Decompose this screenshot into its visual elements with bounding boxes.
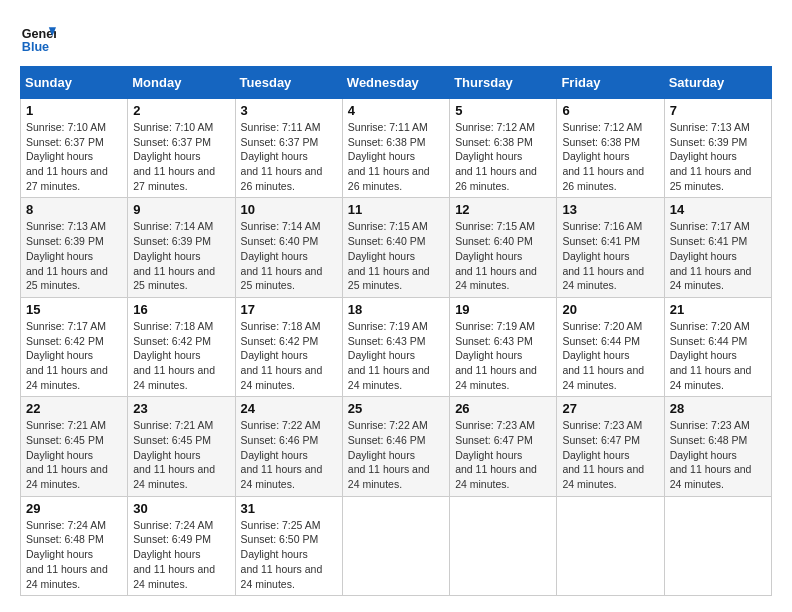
day-cell: 19 Sunrise: 7:19 AMSunset: 6:43 PMDaylig… bbox=[450, 297, 557, 396]
day-info: Sunrise: 7:14 AMSunset: 6:39 PMDaylight … bbox=[133, 220, 215, 291]
day-number: 16 bbox=[133, 302, 229, 317]
day-info: Sunrise: 7:13 AMSunset: 6:39 PMDaylight … bbox=[26, 220, 108, 291]
col-wednesday: Wednesday bbox=[342, 67, 449, 99]
day-number: 6 bbox=[562, 103, 658, 118]
day-cell: 25 Sunrise: 7:22 AMSunset: 6:46 PMDaylig… bbox=[342, 397, 449, 496]
day-info: Sunrise: 7:24 AMSunset: 6:48 PMDaylight … bbox=[26, 519, 108, 590]
day-number: 18 bbox=[348, 302, 444, 317]
day-number: 26 bbox=[455, 401, 551, 416]
day-number: 4 bbox=[348, 103, 444, 118]
day-cell: 12 Sunrise: 7:15 AMSunset: 6:40 PMDaylig… bbox=[450, 198, 557, 297]
day-cell: 30 Sunrise: 7:24 AMSunset: 6:49 PMDaylig… bbox=[128, 496, 235, 595]
col-tuesday: Tuesday bbox=[235, 67, 342, 99]
week-row: 15 Sunrise: 7:17 AMSunset: 6:42 PMDaylig… bbox=[21, 297, 772, 396]
day-number: 11 bbox=[348, 202, 444, 217]
day-number: 10 bbox=[241, 202, 337, 217]
day-cell: 3 Sunrise: 7:11 AMSunset: 6:37 PMDayligh… bbox=[235, 99, 342, 198]
day-info: Sunrise: 7:23 AMSunset: 6:48 PMDaylight … bbox=[670, 419, 752, 490]
day-cell: 27 Sunrise: 7:23 AMSunset: 6:47 PMDaylig… bbox=[557, 397, 664, 496]
day-cell: 8 Sunrise: 7:13 AMSunset: 6:39 PMDayligh… bbox=[21, 198, 128, 297]
day-cell: 31 Sunrise: 7:25 AMSunset: 6:50 PMDaylig… bbox=[235, 496, 342, 595]
day-info: Sunrise: 7:24 AMSunset: 6:49 PMDaylight … bbox=[133, 519, 215, 590]
day-cell: 21 Sunrise: 7:20 AMSunset: 6:44 PMDaylig… bbox=[664, 297, 771, 396]
day-cell: 7 Sunrise: 7:13 AMSunset: 6:39 PMDayligh… bbox=[664, 99, 771, 198]
day-cell: 22 Sunrise: 7:21 AMSunset: 6:45 PMDaylig… bbox=[21, 397, 128, 496]
calendar-table: Sunday Monday Tuesday Wednesday Thursday… bbox=[20, 66, 772, 596]
day-number: 8 bbox=[26, 202, 122, 217]
day-number: 25 bbox=[348, 401, 444, 416]
day-cell: 16 Sunrise: 7:18 AMSunset: 6:42 PMDaylig… bbox=[128, 297, 235, 396]
col-monday: Monday bbox=[128, 67, 235, 99]
day-number: 17 bbox=[241, 302, 337, 317]
day-cell: 13 Sunrise: 7:16 AMSunset: 6:41 PMDaylig… bbox=[557, 198, 664, 297]
col-saturday: Saturday bbox=[664, 67, 771, 99]
day-number: 24 bbox=[241, 401, 337, 416]
day-cell: 9 Sunrise: 7:14 AMSunset: 6:39 PMDayligh… bbox=[128, 198, 235, 297]
empty-cell bbox=[342, 496, 449, 595]
day-info: Sunrise: 7:18 AMSunset: 6:42 PMDaylight … bbox=[133, 320, 215, 391]
week-row: 1 Sunrise: 7:10 AMSunset: 6:37 PMDayligh… bbox=[21, 99, 772, 198]
day-cell: 23 Sunrise: 7:21 AMSunset: 6:45 PMDaylig… bbox=[128, 397, 235, 496]
day-number: 9 bbox=[133, 202, 229, 217]
day-info: Sunrise: 7:19 AMSunset: 6:43 PMDaylight … bbox=[348, 320, 430, 391]
day-info: Sunrise: 7:23 AMSunset: 6:47 PMDaylight … bbox=[562, 419, 644, 490]
day-info: Sunrise: 7:10 AMSunset: 6:37 PMDaylight … bbox=[133, 121, 215, 192]
header-row: Sunday Monday Tuesday Wednesday Thursday… bbox=[21, 67, 772, 99]
day-info: Sunrise: 7:10 AMSunset: 6:37 PMDaylight … bbox=[26, 121, 108, 192]
day-cell: 11 Sunrise: 7:15 AMSunset: 6:40 PMDaylig… bbox=[342, 198, 449, 297]
week-row: 8 Sunrise: 7:13 AMSunset: 6:39 PMDayligh… bbox=[21, 198, 772, 297]
day-info: Sunrise: 7:23 AMSunset: 6:47 PMDaylight … bbox=[455, 419, 537, 490]
day-number: 30 bbox=[133, 501, 229, 516]
day-number: 20 bbox=[562, 302, 658, 317]
page-header: General Blue bbox=[20, 20, 772, 56]
day-number: 15 bbox=[26, 302, 122, 317]
day-info: Sunrise: 7:19 AMSunset: 6:43 PMDaylight … bbox=[455, 320, 537, 391]
day-number: 7 bbox=[670, 103, 766, 118]
day-info: Sunrise: 7:12 AMSunset: 6:38 PMDaylight … bbox=[455, 121, 537, 192]
empty-cell bbox=[557, 496, 664, 595]
day-info: Sunrise: 7:12 AMSunset: 6:38 PMDaylight … bbox=[562, 121, 644, 192]
day-cell: 18 Sunrise: 7:19 AMSunset: 6:43 PMDaylig… bbox=[342, 297, 449, 396]
empty-cell bbox=[664, 496, 771, 595]
col-sunday: Sunday bbox=[21, 67, 128, 99]
day-info: Sunrise: 7:11 AMSunset: 6:37 PMDaylight … bbox=[241, 121, 323, 192]
empty-cell bbox=[450, 496, 557, 595]
day-cell: 24 Sunrise: 7:22 AMSunset: 6:46 PMDaylig… bbox=[235, 397, 342, 496]
day-cell: 20 Sunrise: 7:20 AMSunset: 6:44 PMDaylig… bbox=[557, 297, 664, 396]
day-cell: 15 Sunrise: 7:17 AMSunset: 6:42 PMDaylig… bbox=[21, 297, 128, 396]
day-cell: 28 Sunrise: 7:23 AMSunset: 6:48 PMDaylig… bbox=[664, 397, 771, 496]
day-cell: 29 Sunrise: 7:24 AMSunset: 6:48 PMDaylig… bbox=[21, 496, 128, 595]
day-number: 31 bbox=[241, 501, 337, 516]
day-number: 1 bbox=[26, 103, 122, 118]
day-cell: 14 Sunrise: 7:17 AMSunset: 6:41 PMDaylig… bbox=[664, 198, 771, 297]
logo: General Blue bbox=[20, 20, 62, 56]
day-number: 19 bbox=[455, 302, 551, 317]
day-number: 29 bbox=[26, 501, 122, 516]
day-number: 13 bbox=[562, 202, 658, 217]
day-number: 28 bbox=[670, 401, 766, 416]
day-info: Sunrise: 7:17 AMSunset: 6:42 PMDaylight … bbox=[26, 320, 108, 391]
day-info: Sunrise: 7:20 AMSunset: 6:44 PMDaylight … bbox=[562, 320, 644, 391]
day-info: Sunrise: 7:18 AMSunset: 6:42 PMDaylight … bbox=[241, 320, 323, 391]
day-info: Sunrise: 7:20 AMSunset: 6:44 PMDaylight … bbox=[670, 320, 752, 391]
day-cell: 5 Sunrise: 7:12 AMSunset: 6:38 PMDayligh… bbox=[450, 99, 557, 198]
day-info: Sunrise: 7:15 AMSunset: 6:40 PMDaylight … bbox=[455, 220, 537, 291]
day-cell: 1 Sunrise: 7:10 AMSunset: 6:37 PMDayligh… bbox=[21, 99, 128, 198]
day-cell: 10 Sunrise: 7:14 AMSunset: 6:40 PMDaylig… bbox=[235, 198, 342, 297]
day-number: 3 bbox=[241, 103, 337, 118]
day-number: 2 bbox=[133, 103, 229, 118]
day-cell: 4 Sunrise: 7:11 AMSunset: 6:38 PMDayligh… bbox=[342, 99, 449, 198]
day-info: Sunrise: 7:21 AMSunset: 6:45 PMDaylight … bbox=[26, 419, 108, 490]
day-info: Sunrise: 7:22 AMSunset: 6:46 PMDaylight … bbox=[241, 419, 323, 490]
day-info: Sunrise: 7:21 AMSunset: 6:45 PMDaylight … bbox=[133, 419, 215, 490]
day-info: Sunrise: 7:15 AMSunset: 6:40 PMDaylight … bbox=[348, 220, 430, 291]
day-info: Sunrise: 7:14 AMSunset: 6:40 PMDaylight … bbox=[241, 220, 323, 291]
col-thursday: Thursday bbox=[450, 67, 557, 99]
day-number: 23 bbox=[133, 401, 229, 416]
day-info: Sunrise: 7:17 AMSunset: 6:41 PMDaylight … bbox=[670, 220, 752, 291]
logo-icon: General Blue bbox=[20, 20, 56, 56]
day-number: 5 bbox=[455, 103, 551, 118]
day-info: Sunrise: 7:25 AMSunset: 6:50 PMDaylight … bbox=[241, 519, 323, 590]
day-number: 21 bbox=[670, 302, 766, 317]
day-cell: 2 Sunrise: 7:10 AMSunset: 6:37 PMDayligh… bbox=[128, 99, 235, 198]
